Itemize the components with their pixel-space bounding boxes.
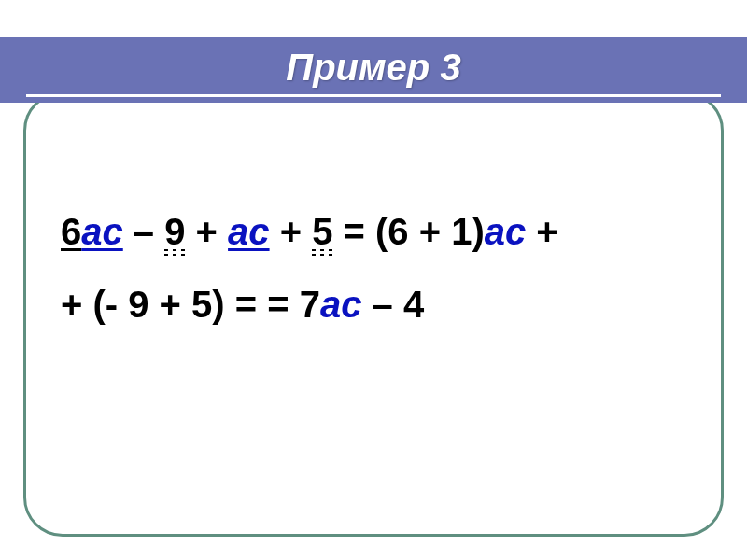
title-bar: Пример 3 bbox=[0, 37, 747, 103]
slide: Пример 3 6ас – 9 + ас + 5 = (6 + 1)ас + … bbox=[0, 0, 747, 560]
title-underline bbox=[26, 94, 721, 97]
slide-title: Пример 3 bbox=[0, 47, 747, 89]
content-frame bbox=[23, 91, 724, 537]
